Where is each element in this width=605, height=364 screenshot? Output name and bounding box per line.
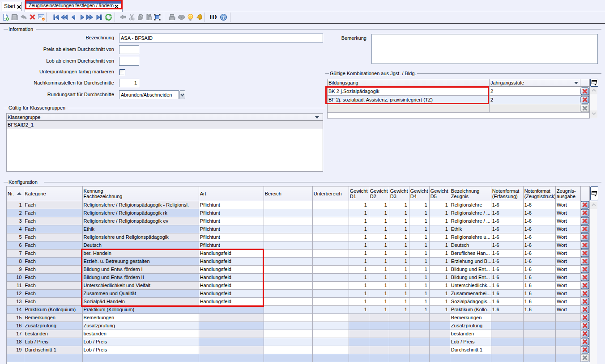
svg-text:?: ?: [222, 15, 225, 20]
